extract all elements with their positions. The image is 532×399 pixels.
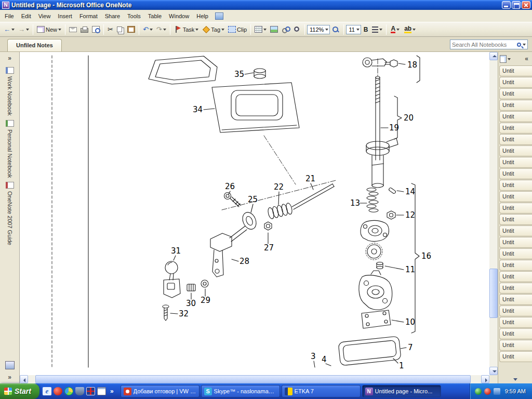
page-tab-untitled[interactable]: Untit bbox=[499, 294, 532, 305]
task-onenote-window[interactable]: N Untitled page - Micro... bbox=[362, 385, 441, 397]
quick-launch-overflow-chevron[interactable]: » bbox=[108, 387, 116, 396]
page-tab-untitled[interactable]: Untit bbox=[499, 248, 532, 259]
menu-item[interactable]: File bbox=[1, 11, 18, 21]
page-tab-untitled[interactable]: Untit bbox=[499, 123, 532, 134]
page-tab-untitled[interactable]: Untit bbox=[499, 305, 532, 316]
page-tab-untitled[interactable]: Untit bbox=[499, 88, 532, 99]
print-button[interactable] bbox=[79, 25, 90, 34]
page-tab-untitled[interactable]: Untit bbox=[499, 214, 532, 225]
security-shield-icon[interactable] bbox=[75, 387, 84, 395]
page-tab-untitled[interactable]: Untit bbox=[499, 145, 532, 156]
search-icon[interactable] bbox=[517, 43, 521, 47]
page-tab-untitled[interactable]: Untit bbox=[499, 340, 532, 351]
page-tab-untitled[interactable]: Untit bbox=[499, 317, 532, 328]
new-page-tab-icon[interactable] bbox=[500, 55, 507, 63]
new-page-dropdown-arrow[interactable] bbox=[508, 58, 511, 62]
menu-item[interactable]: Table bbox=[144, 11, 165, 21]
title-bar[interactable]: N Untitled page - Microsoft Office OneNo… bbox=[0, 0, 532, 10]
network-tray-icon[interactable] bbox=[494, 388, 500, 395]
page-tab-untitled[interactable]: Untit bbox=[499, 203, 532, 214]
unfiled-notes-icon[interactable] bbox=[5, 361, 15, 369]
full-page-view-icon[interactable] bbox=[215, 12, 223, 20]
cut-button[interactable]: ✂ bbox=[106, 25, 115, 34]
page-tab-untitled[interactable]: Untit bbox=[499, 351, 532, 362]
page-tab-untitled[interactable]: Untit bbox=[499, 134, 532, 145]
font-color-button[interactable]: A bbox=[389, 25, 402, 34]
internet-explorer-icon[interactable]: e bbox=[43, 387, 51, 395]
expand-navbar-chevron[interactable]: » bbox=[6, 54, 14, 63]
task-skype-window[interactable]: S Skype™ - naslonamakar... bbox=[201, 385, 280, 397]
start-button[interactable]: Start bbox=[0, 383, 39, 399]
record-audio-button[interactable] bbox=[291, 25, 302, 34]
font-size-combo[interactable]: 11 bbox=[346, 25, 361, 34]
collapse-page-tabs-chevron[interactable]: « bbox=[523, 54, 530, 63]
bold-button[interactable]: B bbox=[362, 25, 370, 34]
insert-picture-button[interactable] bbox=[269, 25, 280, 34]
browser-globe-icon[interactable] bbox=[64, 387, 73, 395]
tag-button[interactable]: Tag bbox=[201, 25, 226, 34]
insert-hyperlink-button[interactable] bbox=[280, 25, 291, 34]
page-tab-untitled[interactable]: Untit bbox=[499, 271, 532, 282]
paste-button[interactable] bbox=[126, 25, 137, 34]
search-box[interactable] bbox=[450, 39, 528, 49]
alert-tray-icon[interactable] bbox=[484, 388, 491, 395]
horizontal-scroll-thumb[interactable] bbox=[35, 375, 471, 383]
vertical-scroll-track[interactable] bbox=[489, 60, 498, 367]
page-tab-untitled[interactable]: Untit bbox=[499, 260, 532, 271]
page-tab-untitled[interactable]: Untit bbox=[499, 168, 532, 179]
page-tab-untitled[interactable]: Untit bbox=[499, 65, 532, 76]
menu-item[interactable]: Edit bbox=[18, 11, 35, 21]
print-preview-button[interactable] bbox=[90, 25, 101, 34]
menu-item[interactable]: Window bbox=[165, 11, 193, 21]
page-tab-untitled[interactable]: Untit bbox=[499, 180, 532, 191]
menu-item[interactable]: Help bbox=[193, 11, 212, 21]
back-button[interactable]: ← bbox=[2, 25, 16, 34]
page-tab-untitled[interactable]: Untit bbox=[499, 100, 532, 111]
new-page-button[interactable]: New bbox=[35, 25, 63, 34]
exploded-parts-diagram[interactable]: 34 35 bbox=[20, 52, 489, 375]
page-canvas[interactable]: 34 35 bbox=[20, 52, 489, 383]
forward-button[interactable]: → bbox=[17, 25, 31, 34]
notes-app-icon[interactable] bbox=[97, 387, 106, 395]
media-player-icon[interactable] bbox=[54, 387, 62, 395]
page-tab-untitled[interactable]: Untit bbox=[499, 328, 532, 339]
page-tab-untitled[interactable]: Untit bbox=[499, 111, 532, 122]
uk-flag-icon[interactable] bbox=[86, 387, 95, 395]
page-tab-untitled[interactable]: Untit bbox=[499, 157, 532, 168]
restore-button[interactable] bbox=[512, 1, 521, 9]
all-notebooks-chevron[interactable]: » bbox=[6, 373, 14, 382]
undo-button[interactable]: ↶ bbox=[141, 25, 154, 34]
scroll-right-button[interactable] bbox=[481, 375, 489, 383]
vertical-scroll-thumb[interactable] bbox=[489, 269, 498, 317]
antivirus-tray-icon[interactable] bbox=[475, 388, 482, 395]
scroll-down-button[interactable] bbox=[489, 367, 498, 375]
close-button[interactable] bbox=[522, 1, 530, 9]
menu-item[interactable]: Share bbox=[101, 11, 124, 21]
page-tab-untitled[interactable]: Untit bbox=[499, 237, 532, 248]
scroll-left-button[interactable] bbox=[20, 375, 28, 383]
copy-button[interactable] bbox=[115, 25, 125, 33]
insert-table-button[interactable] bbox=[253, 25, 268, 34]
page-tab-untitled[interactable]: Untit bbox=[499, 191, 532, 202]
page-tab-untitled[interactable]: Untit bbox=[499, 77, 532, 88]
taskbar-clock[interactable]: 9:59 AM bbox=[505, 388, 526, 394]
redo-button[interactable]: ↷ bbox=[155, 25, 168, 34]
minimize-button[interactable] bbox=[502, 1, 511, 9]
notebook-item-guide[interactable]: OneNote 2007 Guide bbox=[6, 182, 14, 245]
vertical-scrollbar[interactable] bbox=[489, 52, 498, 383]
search-input[interactable] bbox=[452, 42, 515, 48]
page-tabs-scroll-down[interactable] bbox=[498, 375, 532, 383]
scroll-up-button[interactable] bbox=[489, 52, 498, 60]
notebook-item-personal[interactable]: Personal Notebook bbox=[6, 120, 14, 178]
menu-item[interactable]: View bbox=[35, 11, 55, 21]
task-button[interactable]: Task bbox=[172, 25, 201, 34]
clip-button[interactable]: Clip bbox=[227, 25, 248, 34]
zoom-button[interactable] bbox=[330, 25, 341, 34]
page-tab-untitled[interactable]: Untit bbox=[499, 283, 532, 294]
zoom-combo[interactable]: 112% bbox=[307, 25, 330, 34]
task-etka-window[interactable]: ETKA 7 bbox=[282, 385, 361, 397]
highlight-button[interactable]: ab bbox=[402, 25, 418, 34]
menu-item[interactable]: Format bbox=[76, 11, 101, 21]
horizontal-scrollbar[interactable] bbox=[20, 375, 489, 383]
task-forum-window[interactable]: Добави отговор | VW cl... bbox=[121, 385, 200, 397]
